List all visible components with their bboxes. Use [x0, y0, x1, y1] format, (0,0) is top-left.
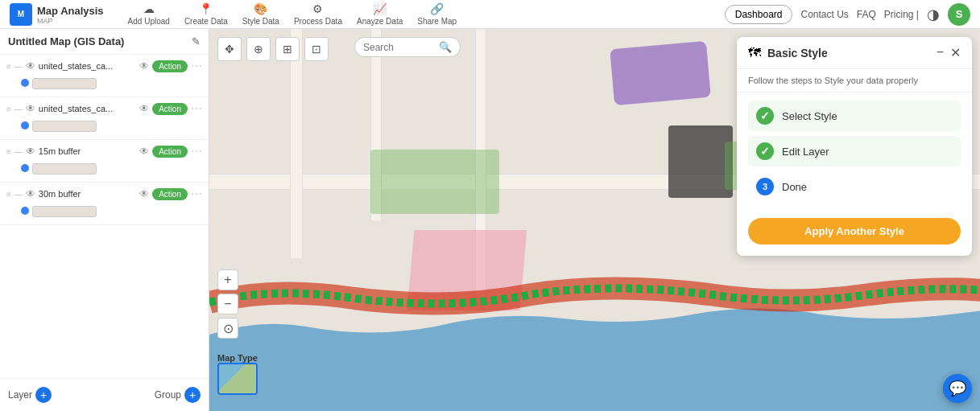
eye-icon-3[interactable]: 👁 — [139, 146, 149, 157]
nav-create-data[interactable]: 📍 Create Data — [184, 2, 228, 26]
dashboard-button[interactable]: Dashboard — [725, 5, 793, 24]
select-tool-button[interactable]: ✥ — [217, 37, 242, 61]
step-3-circle: 3 — [756, 178, 774, 195]
panel-subtitle: Follow the steps to Style your data prop… — [737, 69, 972, 92]
edit-map-title-icon[interactable]: ✎ — [192, 35, 201, 47]
panel-title: Basic Style — [767, 47, 828, 60]
map-type-label: Map Type — [217, 353, 258, 363]
avatar[interactable]: S — [948, 3, 970, 26]
layer-footer-label: Layer — [8, 389, 32, 401]
map-controls: + − ⊙ Map Type — [217, 269, 258, 395]
contact-us-link[interactable]: Contact Us — [800, 9, 848, 20]
group-footer-label: Group — [155, 389, 181, 401]
analyze-data-icon: 📈 — [373, 2, 387, 15]
layer-3-color-swatch[interactable] — [32, 163, 97, 175]
zoom-in-button[interactable]: + — [217, 269, 238, 290]
layer-3-color-dot — [21, 164, 29, 172]
search-bar: 🔍 — [354, 37, 461, 57]
add-layer-btn[interactable]: Layer + — [8, 387, 52, 403]
add-layer-icon[interactable]: + — [35, 387, 52, 403]
drag-handle-icon-4: ≡ — [6, 190, 11, 199]
add-group-icon[interactable]: + — [184, 387, 201, 403]
dash-icon-3: — — [14, 147, 23, 156]
nav-share-map-label: Share Map — [417, 17, 457, 26]
measure-tool-button[interactable]: ⊞ — [275, 37, 300, 61]
step-done: 3 Done — [748, 171, 961, 202]
visibility-icon-2[interactable]: 👁 — [26, 103, 35, 114]
step-list: ✓ Select Style ✓ Edit Layer 3 Done — [737, 92, 972, 210]
nav-process-data-label: Process Data — [294, 17, 342, 26]
sidebar-footer: Layer + Group + — [0, 378, 209, 411]
overflow-icon-4[interactable]: ⋯ — [191, 187, 202, 200]
visibility-icon-3[interactable]: 👁 — [26, 146, 35, 157]
nav-items: ☁ Add Upload 📍 Create Data 🎨 Style Data … — [128, 2, 457, 26]
top-navigation: M Map Analysis MAP ☁ Add Upload 📍 Create… — [0, 0, 980, 29]
nav-style-data-label: Style Data — [242, 17, 279, 26]
faq-link[interactable]: FAQ — [857, 9, 876, 20]
draw-tool-button[interactable]: ⊡ — [304, 37, 329, 61]
layer-1-color-swatch[interactable] — [32, 78, 97, 89]
sidebar-title-bar: Untitled Map (GIS Data) ✎ — [0, 29, 209, 55]
add-upload-icon: ☁ — [143, 2, 155, 15]
overflow-icon-1[interactable]: ⋯ — [191, 60, 202, 72]
create-data-icon: 📍 — [199, 2, 213, 15]
eye-icon-4[interactable]: 👁 — [139, 188, 149, 199]
sidebar-title: Untitled Map (GIS Data) — [8, 35, 124, 47]
action-button-2[interactable]: Action — [152, 103, 188, 115]
app-sub: MAP — [37, 18, 104, 25]
nav-create-data-label: Create Data — [184, 17, 228, 26]
layer-4-color-dot — [21, 207, 29, 215]
process-data-icon: ⚙ — [312, 2, 323, 15]
eye-icon-2[interactable]: 👁 — [139, 103, 149, 114]
zoom-out-button[interactable]: − — [217, 294, 238, 314]
panel-minimize-icon[interactable]: − — [937, 45, 944, 60]
overflow-icon-3[interactable]: ⋯ — [191, 145, 202, 158]
step-edit-layer: ✓ Edit Layer — [748, 136, 961, 166]
layer-2-color-dot — [21, 121, 29, 129]
step-2-circle: ✓ — [756, 142, 774, 160]
panel-header: 🗺 Basic Style − ✕ — [737, 37, 972, 69]
nav-analyze-data-label: Anayze Data — [357, 17, 403, 26]
drag-handle-icon-3: ≡ — [6, 147, 11, 156]
map-type-thumbnail[interactable] — [217, 363, 258, 395]
nav-right: Dashboard Contact Us FAQ Pricing | ◑ S — [725, 3, 970, 26]
compass-button[interactable]: ⊙ — [217, 318, 238, 339]
visibility-icon-4[interactable]: 👁 — [26, 188, 35, 199]
step-1-circle: ✓ — [756, 107, 774, 125]
nav-add-upload-label: Add Upload — [128, 17, 170, 26]
nav-analyze-data[interactable]: 📈 Anayze Data — [357, 2, 403, 26]
dash-icon-2: — — [14, 105, 23, 113]
action-button-4[interactable]: Action — [152, 188, 188, 200]
action-button-1[interactable]: Action — [152, 60, 188, 72]
layer-4-color-swatch[interactable] — [32, 206, 97, 217]
apply-another-style-button[interactable]: Apply Another Style — [748, 218, 961, 245]
eye-icon-1[interactable]: 👁 — [139, 60, 149, 72]
sidebar: Untitled Map (GIS Data) ✎ ≡ — 👁 united_s… — [0, 29, 209, 411]
zoom-tool-button[interactable]: ⊕ — [246, 37, 271, 61]
layer-2-color-swatch[interactable] — [32, 121, 97, 132]
overflow-icon-2[interactable]: ⋯ — [191, 102, 202, 115]
layer-3-name: 15m buffer — [39, 146, 136, 156]
visibility-icon-1[interactable]: 👁 — [26, 60, 35, 72]
chat-icon: 💬 — [949, 380, 966, 397]
nav-add-upload[interactable]: ☁ Add Upload — [128, 2, 170, 26]
drag-handle-icon-2: ≡ — [6, 105, 11, 113]
layer-item-1: ≡ — 👁 united_states_ca... 👁 Action ⋯ — [0, 55, 209, 97]
map-toolbar: ✥ ⊕ ⊞ ⊡ — [217, 37, 329, 61]
search-input[interactable] — [363, 42, 436, 53]
style-data-icon: 🎨 — [254, 2, 267, 15]
action-button-3[interactable]: Action — [152, 146, 188, 158]
layer-4-name: 30m buffer — [39, 189, 136, 199]
nav-style-data[interactable]: 🎨 Style Data — [242, 2, 279, 26]
chat-bubble-button[interactable]: 💬 — [943, 374, 972, 403]
app-name: Map Analysis — [37, 5, 104, 17]
pricing-link[interactable]: Pricing | — [884, 9, 919, 20]
nav-share-map[interactable]: 🔗 Share Map — [417, 2, 457, 26]
nav-process-data[interactable]: ⚙ Process Data — [294, 2, 342, 26]
map-area[interactable]: ✥ ⊕ ⊞ ⊡ 🔍 + − ⊙ Map Type 🗺 Basic Style − — [209, 29, 980, 411]
layer-item-2: ≡ — 👁 united_states_ca... 👁 Action ⋯ — [0, 97, 209, 140]
add-group-btn[interactable]: Group + — [155, 387, 201, 403]
theme-icon[interactable]: ◑ — [927, 6, 940, 23]
layer-1-color-dot — [21, 79, 29, 87]
panel-close-icon[interactable]: ✕ — [950, 45, 961, 60]
